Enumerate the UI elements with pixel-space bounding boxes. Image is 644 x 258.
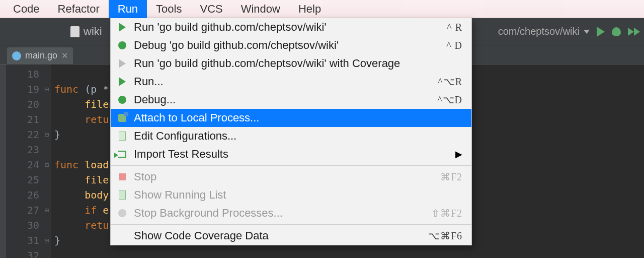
play-icon	[119, 23, 126, 32]
menu-attach-local[interactable]: Attach to Local Process...	[111, 109, 471, 127]
file-icon	[70, 26, 79, 37]
menu-debug-ellipsis[interactable]: Debug...^⌥D	[111, 91, 471, 109]
menu-stop: Stop⌘F2	[111, 168, 471, 186]
menu-running-list: Show Running List	[111, 186, 471, 204]
edit-icon	[119, 132, 126, 141]
breadcrumb-file[interactable]: wiki	[84, 25, 102, 38]
menu-run-ellipsis[interactable]: Run...^⌥R	[111, 73, 471, 91]
bug-icon	[118, 96, 126, 104]
menu-code[interactable]: Code	[4, 0, 49, 18]
list-icon	[119, 190, 126, 200]
menu-debug-target[interactable]: Debug 'go build github.com/cheptsov/wiki…	[111, 36, 471, 54]
fold-column[interactable]: ⊟⊟⊟⊞⊟⊟	[42, 64, 51, 258]
run-config-selector[interactable]: com/cheptsov/wiki	[498, 26, 590, 37]
chevron-down-icon	[584, 30, 590, 34]
menu-stop-bg: Stop Background Processes...⇧⌘F2	[111, 204, 471, 222]
editor-left-strip	[0, 64, 6, 258]
close-icon[interactable]: ✕	[61, 51, 68, 60]
play-grey-icon	[119, 59, 126, 68]
menu-separator	[111, 165, 471, 166]
tab-main-go[interactable]: main.go ✕	[7, 47, 73, 64]
menu-import-tests[interactable]: Import Test Results▶	[111, 145, 471, 163]
bug-icon	[118, 41, 126, 49]
debug-icon[interactable]	[612, 27, 621, 36]
menubar: Code Refactor Run Tools VCS Window Help	[0, 0, 644, 18]
run-coverage-icon[interactable]	[628, 28, 640, 36]
circle-icon	[118, 209, 126, 217]
play-icon	[119, 77, 126, 86]
attach-icon	[118, 114, 126, 122]
menu-refactor[interactable]: Refactor	[49, 0, 109, 18]
menu-run[interactable]: Run	[109, 0, 147, 18]
menu-coverage-data[interactable]: Show Code Coverage Data⌥⌘F6	[111, 227, 471, 245]
menu-help[interactable]: Help	[289, 0, 330, 18]
go-file-icon	[12, 51, 21, 60]
menu-run-target[interactable]: Run 'go build github.com/cheptsov/wiki'^…	[111, 18, 471, 36]
gutter: 1819202122232425262730313233	[6, 64, 42, 258]
tab-label: main.go	[25, 50, 57, 61]
import-icon	[118, 151, 126, 158]
menu-vcs[interactable]: VCS	[191, 0, 231, 18]
stop-icon	[119, 173, 126, 180]
run-icon[interactable]	[597, 27, 605, 37]
menu-tools[interactable]: Tools	[147, 0, 191, 18]
submenu-arrow-icon: ▶	[455, 149, 462, 160]
menu-edit-config[interactable]: Edit Configurations...	[111, 127, 471, 145]
run-menu: Run 'go build github.com/cheptsov/wiki'^…	[110, 18, 472, 245]
run-config-label: com/cheptsov/wiki	[498, 26, 580, 37]
menu-window[interactable]: Window	[232, 0, 289, 18]
menu-separator	[111, 224, 471, 225]
menu-run-coverage[interactable]: Run 'go build github.com/cheptsov/wiki' …	[111, 54, 471, 73]
